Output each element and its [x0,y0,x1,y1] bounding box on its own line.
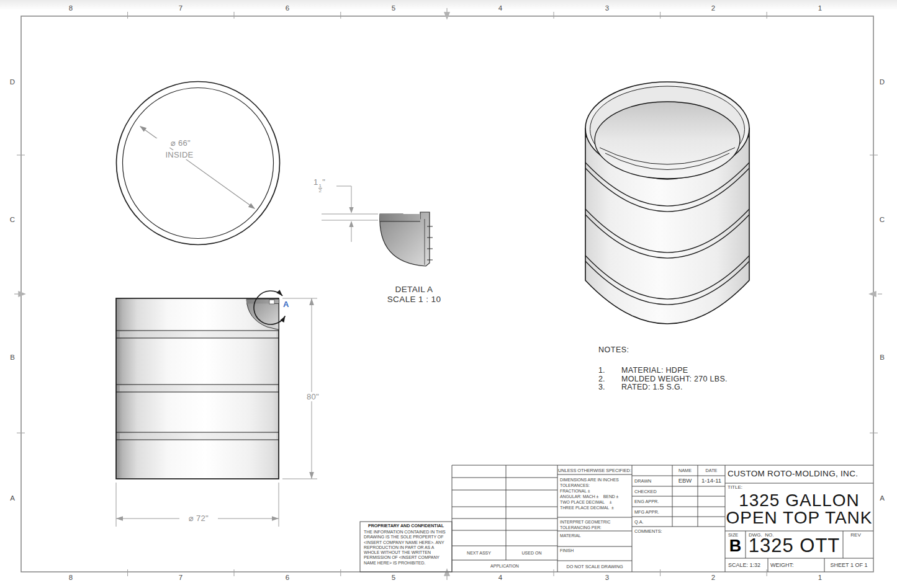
approval-row-label: DRAWN [634,478,651,484]
spec-line: TOLERANCES: [560,483,590,488]
approval-date: 1-14-11 [698,477,725,484]
application-label: APPLICATION [452,564,557,568]
spec-line: TWO PLACE DECIMAL ± [560,499,611,505]
approval-row-label: ENG APPR. [634,499,659,504]
used-on-label: USED ON [506,551,557,555]
weight-label: WEIGHT: [770,562,794,568]
zone-col-label: 3 [600,4,614,12]
spec-line: THREE PLACE DECIMAL ± [560,505,614,510]
spec-line: INTERPRET GEOMETRIC [560,519,610,525]
zone-col-label: 2 [706,574,720,581]
note-text: RATED: 1.5 S.G. [621,383,683,391]
do-not-scale-label: DO NOT SCALE DRAWING [557,564,632,569]
drawing-title-line2: OPEN TOP TANK [725,508,873,528]
size-value: B [725,537,746,556]
finish-label: FINISH [560,548,574,553]
unless-otherwise-label: UNLESS OTHERWISE SPECIFIED: [557,468,632,473]
zone-row-label: B [6,354,19,361]
zone-col-label: 8 [64,4,78,12]
dwg-no-value: 1325 OTT [746,535,843,557]
proprietary-heading: PROPRIETARY AND CONFIDENTIAL [361,523,451,528]
note-text: MOLDED WEIGHT: 270 LBS. [621,375,728,383]
spec-line: FRACTIONAL ± [560,488,590,494]
scale-value: SCALE: 1:32 [728,562,760,568]
zone-col-label: 5 [387,574,400,581]
zone-col-label: 1 [813,574,827,581]
front-view [116,290,317,527]
zone-row-label: A [6,494,19,502]
detail-thickness-label: 112" [313,177,325,193]
proprietary-body: THE INFORMATION CONTAINED IN THIS DRAWIN… [364,530,449,566]
name-header: NAME [672,468,698,473]
title-label: TITLE: [728,484,742,490]
zone-col-label: 7 [174,574,187,581]
zone-col-label: 4 [494,4,507,12]
zone-col-label: 2 [706,4,720,12]
company-name: CUSTOM ROTO-MOLDING, INC. [728,469,858,478]
zone-col-label: 8 [64,574,78,581]
zone-row-label: D [6,78,19,86]
zone-row-label: C [6,216,19,223]
rev-label: REV [843,532,868,538]
material-label: MATERIAL [560,533,581,538]
zone-col-label: 5 [387,4,400,12]
top-view-inside-label: INSIDE [154,150,205,159]
zone-col-label: 4 [494,574,507,581]
zone-col-label: 7 [174,4,187,12]
approval-name: EBW [672,477,698,484]
spec-line: DIMENSIONS ARE IN INCHES [560,477,619,483]
zone-row-label: A [875,494,889,502]
note-number: 1. [598,366,605,375]
sheet-label: SHEET 1 OF 1 [824,562,873,568]
isometric-view [585,82,749,324]
comments-label: COMMENTS: [634,528,662,534]
spec-line: TOLERANCING PER: [560,525,602,530]
zone-col-label: 3 [600,574,614,581]
top-view-diameter-label: ⌀ 66" [155,138,206,148]
detail-callout-letter: A [283,300,289,309]
detail-a-view [322,186,433,266]
approval-row-label: Q.A. [634,519,644,525]
front-height-label: 80" [302,392,324,401]
note-text: MATERIAL: HDPE [621,366,688,375]
top-view [117,82,280,245]
front-diameter-label: ⌀ 72" [179,514,218,523]
height-80-dimension [282,298,317,479]
zone-col-label: 6 [281,574,294,581]
spec-line: ANGULAR: MACH ± BEND ± [560,494,618,499]
engineering-drawing-sheet: { "border": { "top_labels": ["8","7","6"… [0,0,897,588]
detail-a-title: DETAIL A [376,285,452,294]
approval-row-label: MFG APPR. [634,509,659,515]
date-header: DATE [698,468,725,473]
detail-a-scale: SCALE 1 : 10 [376,295,452,304]
note-number: 2. [598,375,605,383]
next-assy-label: NEXT ASSY [452,551,506,555]
zone-col-label: 6 [281,4,294,12]
zone-row-label: B [875,354,889,361]
zone-col-label: 1 [813,4,827,12]
thickness-dimension [322,186,378,242]
notes-heading: NOTES: [598,345,629,354]
note-number: 3. [598,383,605,391]
approval-row-label: CHECKED [634,489,657,494]
zone-row-label: D [875,78,889,86]
zone-row-label: C [875,216,889,223]
